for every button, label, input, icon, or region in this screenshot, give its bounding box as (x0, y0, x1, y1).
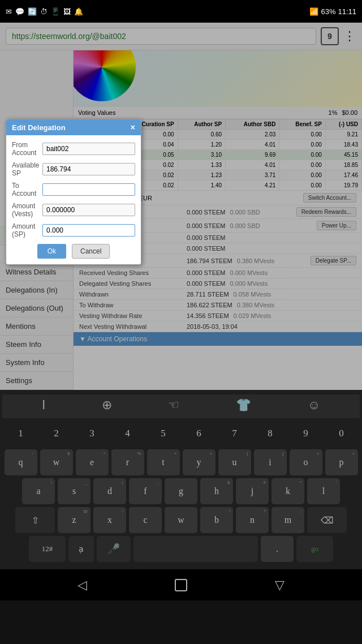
emoji-icon[interactable]: ☺ (308, 398, 320, 413)
vesting-withdraw-rate-row: Vesting Withdraw Rate 14.356 STEEM 0.029… (74, 311, 362, 321)
key-k[interactable]: k* (272, 478, 304, 504)
sidebar-item-delegations-in[interactable]: Delegations (In) (0, 281, 73, 299)
special-char-key[interactable]: ạ (68, 536, 94, 562)
key-s[interactable]: s_ (58, 478, 90, 504)
nav-back-button[interactable]: ◁ (77, 578, 87, 593)
status-bar-left: ✉ 💬 🔄 ⏱ 📱 🖼 🔔 (6, 7, 83, 16)
key-8[interactable]: 8 (254, 420, 287, 446)
power-up-button[interactable]: Power Up... (317, 221, 356, 230)
key-a[interactable]: a\ (22, 478, 55, 504)
redeem-rewards-button[interactable]: Redeem Rewards... (296, 207, 356, 217)
amount-vests-input[interactable] (42, 204, 135, 216)
key-r[interactable]: r% (111, 449, 144, 475)
url-bar[interactable]: https://steemworld.org/@bait002 (6, 28, 316, 45)
sidebar-item-steem-info[interactable]: Steem Info (0, 336, 73, 354)
key-x[interactable]: x/ (93, 507, 126, 533)
signal-icon: 📶 (309, 7, 318, 16)
dialog-ok-button[interactable]: Ok (37, 244, 66, 259)
go-key[interactable]: go (296, 536, 333, 562)
gmail-icon: ✉ (6, 7, 12, 16)
key-9[interactable]: 9 (290, 420, 322, 446)
col-author-sp: Author SP (178, 119, 226, 130)
available-sp-input[interactable] (42, 163, 135, 175)
key-w2[interactable]: w (165, 507, 197, 533)
sidebar-item-settings[interactable]: Settings (0, 372, 73, 390)
amount-sp-input[interactable] (42, 224, 135, 237)
key-f[interactable]: f; (129, 478, 162, 504)
browser-menu-button[interactable]: ⋮ (343, 29, 356, 44)
dialog-close-button[interactable]: × (131, 123, 135, 132)
key-q[interactable]: q~ (5, 449, 37, 475)
globe-icon[interactable]: ⊕ (102, 398, 112, 413)
key-z[interactable]: z@ (58, 507, 90, 533)
switch-account-button[interactable]: Switch Account... (303, 193, 356, 203)
voting-percent: 1% (329, 109, 338, 116)
space-key[interactable] (133, 536, 258, 562)
available-sp-row: Available SP (12, 161, 135, 177)
key-u[interactable]: u[ (218, 449, 251, 475)
key-m[interactable]: m; (272, 507, 304, 533)
clock-icon: ⏱ (40, 7, 48, 16)
key-b[interactable]: b! (200, 507, 233, 533)
sidebar-item-system-info[interactable]: System Info (0, 354, 73, 372)
key-0[interactable]: 0 (325, 420, 358, 446)
key-h[interactable]: h& (200, 478, 233, 504)
backspace-key[interactable]: ⌫ (307, 507, 347, 533)
sidebar-item-delegations-out[interactable]: Delegations (Out) (0, 299, 73, 317)
sidebar-item-mentions[interactable]: Mentions (0, 317, 73, 336)
mic-key[interactable]: 🎤 (97, 536, 131, 562)
voting-usd: $0.00 (342, 109, 357, 116)
number-switch-key[interactable]: 12# (29, 536, 66, 562)
shift-key[interactable]: ⇧ (15, 507, 55, 533)
to-account-input[interactable] (42, 183, 135, 196)
sidebar-item-witness-details[interactable]: Witness Details (0, 263, 73, 281)
key-l[interactable]: l" (307, 478, 340, 504)
cursor-icon[interactable]: Ⅰ (42, 398, 45, 413)
amount-vests-label: Amount (Vests) (12, 202, 42, 218)
key-w[interactable]: w$ (40, 449, 73, 475)
key-4[interactable]: 4 (111, 420, 144, 446)
key-j[interactable]: j# (236, 478, 269, 504)
amount-sp-label: Amount (SP) (12, 222, 42, 238)
withdrawn-row: Withdrawn 28.711 STEEM 0.058 MVests (74, 289, 362, 300)
dot-key[interactable]: . (261, 536, 294, 562)
key-g[interactable]: g (165, 478, 197, 504)
status-bar-right: 📶 63% 11:11 (309, 7, 356, 16)
key-2[interactable]: 2 (40, 420, 73, 446)
key-d[interactable]: d( (93, 478, 126, 504)
key-o[interactable]: o< (290, 449, 322, 475)
voting-values-row: Voting Values 1% $0.00 (74, 107, 362, 119)
key-3[interactable]: 3 (76, 420, 109, 446)
key-5[interactable]: 5 (147, 420, 180, 446)
key-t[interactable]: t+ (147, 449, 180, 475)
image-icon: 🖼 (63, 7, 71, 16)
key-6[interactable]: 6 (183, 420, 216, 446)
profile-avatar (74, 50, 136, 101)
delegate-sp-button[interactable]: Delegate SP... (311, 256, 356, 265)
key-p[interactable]: p> (325, 449, 358, 475)
nav-home-button[interactable] (175, 579, 187, 591)
hand-icon[interactable]: ☜ (168, 398, 179, 413)
key-7[interactable]: 7 (218, 420, 251, 446)
edit-delegation-dialog: Edit Delegation × From Account Available… (6, 119, 141, 265)
key-1[interactable]: 1 (5, 420, 37, 446)
dialog-body: From Account Available SP To Account Amo… (6, 135, 141, 264)
account-operations-bar[interactable]: ▼ Account Operations (74, 332, 362, 346)
key-n[interactable]: n? (236, 507, 269, 533)
nav-recents-button[interactable]: ▽ (275, 578, 285, 593)
key-i[interactable]: i] (254, 449, 287, 475)
next-vesting-withdrawal-row: Next Vesting Withdrawal 2018-05-03, 19:0… (74, 321, 362, 332)
whatsapp-icon: 📱 (51, 7, 60, 16)
shirt-icon[interactable]: 👕 (236, 398, 251, 413)
dialog-title-text: Edit Delegation (12, 123, 66, 132)
received-vesting-row: Received Vesting Shares 0.000 STEEM 0.00… (74, 268, 362, 278)
from-account-label: From Account (12, 141, 42, 157)
dialog-cancel-button[interactable]: Cancel (72, 244, 110, 259)
discord-icon: 💬 (15, 7, 24, 16)
key-y[interactable]: y= (183, 449, 216, 475)
tab-count[interactable]: 9 (321, 27, 339, 45)
key-e[interactable]: e^ (76, 449, 109, 475)
to-account-label: To Account (12, 182, 42, 198)
from-account-input[interactable] (42, 143, 135, 155)
key-c[interactable]: c- (129, 507, 162, 533)
